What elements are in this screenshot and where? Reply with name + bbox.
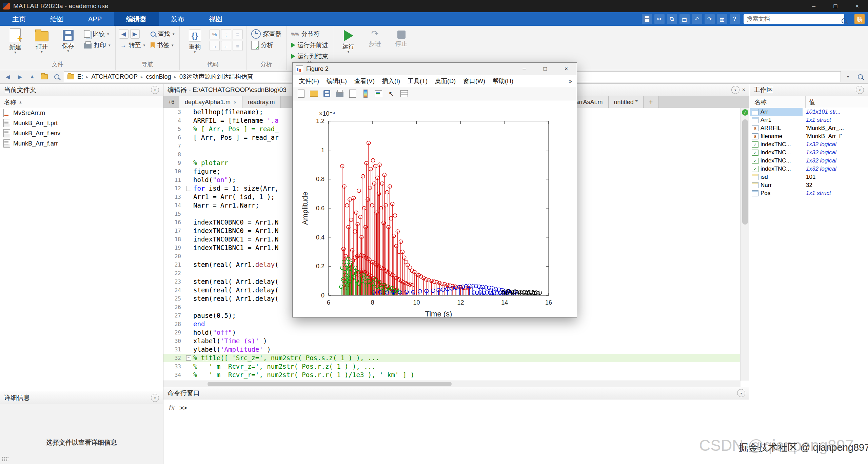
doc-search-input[interactable] (744, 14, 844, 24)
workspace-row[interactable]: Arr101x101 str... (750, 108, 868, 116)
editor-actions-icon[interactable]: ▾ (731, 86, 739, 94)
workspace-row[interactable]: Narr32 (750, 181, 868, 189)
run-button[interactable]: 运行▾ (337, 27, 360, 53)
print-icon[interactable] (335, 89, 344, 98)
file-list-column-header[interactable]: 名称 ▲ (0, 96, 163, 108)
open-button[interactable]: 打开▾ (30, 27, 54, 53)
code-line[interactable]: 33% ' m Rcvr_z=', num2str( Pos.r.z( 1 ) … (163, 362, 741, 371)
minimize-button[interactable]: – (803, 0, 825, 12)
smart-indent-icon[interactable] (233, 41, 243, 51)
outdent-icon[interactable] (221, 41, 231, 51)
file-item[interactable]: MunkB_Arr_f.env (0, 128, 163, 138)
help-icon[interactable] (730, 14, 740, 24)
paste-icon[interactable] (679, 14, 690, 24)
legend-icon[interactable] (374, 89, 383, 98)
editor-tab[interactable]: untitled * (609, 96, 644, 108)
run-and-advance-button[interactable]: 运行并前进 (290, 40, 330, 50)
new-script-button[interactable]: 新建▾ (3, 27, 27, 54)
user-avatar[interactable]: 鹏 (854, 14, 865, 24)
vertical-scroll-thumb[interactable] (742, 119, 748, 225)
indent-icon[interactable] (210, 41, 220, 51)
forward-icon[interactable]: ▶ (130, 29, 140, 39)
workspace-row[interactable]: indexTNC...1x32 logical (750, 140, 868, 149)
code-fold-icon[interactable]: − (186, 355, 191, 361)
resize-grip[interactable] (2, 457, 8, 462)
browse-folder-icon[interactable] (39, 72, 50, 82)
code-line[interactable]: 30xlabel('Time (s)' ) (163, 337, 741, 345)
switch-window-icon[interactable] (717, 14, 727, 24)
cut-icon[interactable] (654, 14, 665, 24)
figure-maximize-button[interactable]: □ (535, 63, 556, 75)
forward-icon[interactable]: ▶ (15, 72, 25, 82)
details-collapse-icon[interactable]: ▾ (151, 394, 159, 402)
figure-menu-3[interactable]: 插入(I) (378, 77, 404, 85)
workspace-column-header[interactable]: 名称 值 (750, 96, 868, 108)
code-line[interactable]: 34% ' m Rcvr_r=', num2str( Pos.r.r( 1 )/… (163, 371, 741, 379)
edit-plot-icon[interactable]: ↖ (387, 89, 396, 98)
redo-icon[interactable] (705, 14, 715, 24)
ribbon-tab-5[interactable]: 视图 (197, 12, 235, 26)
figure-canvas[interactable]: 681012141600.20.40.60.811.2×10⁻⁴Time (s)… (293, 100, 577, 317)
search-icon[interactable] (842, 18, 847, 23)
figure-menu-1[interactable]: 编辑(E) (323, 77, 351, 85)
toolbar-overflow-icon[interactable]: » (569, 78, 574, 85)
figure-menu-7[interactable]: 帮助(H) (489, 77, 517, 85)
workspace-row[interactable]: filename'MunkB_Arr_f' (750, 132, 868, 140)
goto-button[interactable]: → 转至▾ (119, 40, 147, 50)
colorbar-icon[interactable] (361, 89, 370, 98)
workspace-row[interactable]: indexTNC...1x32 logical (750, 157, 868, 165)
profiler-button[interactable]: 探查器 (250, 29, 283, 39)
bookmark-button[interactable]: 书签▾ (149, 40, 176, 50)
copy-icon[interactable] (667, 14, 677, 24)
ribbon-tab-3[interactable]: 编辑器 (114, 12, 159, 26)
run-to-end-button[interactable]: 运行到结束 (290, 52, 330, 61)
comment-icon[interactable] (210, 29, 220, 39)
figure-title-bar[interactable]: Figure 2 – □ × (293, 63, 577, 75)
workspace-actions-icon[interactable]: ▾ (856, 86, 864, 94)
save-icon[interactable] (642, 14, 652, 24)
address-search-icon[interactable] (855, 72, 865, 82)
breadcrumb-item[interactable]: 03运动声源的到达结构仿真 (179, 73, 253, 81)
figure-minimize-button[interactable]: – (514, 63, 535, 75)
refactor-button[interactable]: { } 重构▾ (183, 27, 207, 54)
horizontal-scroll-thumb[interactable] (208, 382, 452, 386)
ribbon-tab-4[interactable]: 发布 (159, 12, 197, 26)
search-folder-icon[interactable] (52, 72, 62, 82)
back-icon[interactable]: ◀ (119, 29, 129, 39)
analyze-button[interactable]: 分析 (250, 40, 283, 50)
format-icon[interactable] (233, 29, 243, 39)
print-button[interactable]: 打印▾ (83, 40, 112, 50)
close-button[interactable]: × (846, 0, 868, 12)
figure-menu-6[interactable]: 窗口(W) (459, 77, 489, 85)
file-item[interactable]: MunkB_Arr_f.prt (0, 118, 163, 128)
editor-tab[interactable]: readray.m (242, 96, 281, 108)
link-plot-icon[interactable] (348, 89, 357, 98)
figure-menu-2[interactable]: 查看(V) (351, 77, 378, 85)
workspace-row[interactable]: Pos1x1 struct (750, 189, 868, 197)
figure-menu-4[interactable]: 工具(T) (404, 77, 431, 85)
breadcrumb-item[interactable]: ATCHATGROOP (92, 73, 138, 80)
stop-button[interactable]: 停止 (390, 27, 413, 47)
find-button[interactable]: 查找▾ (149, 29, 176, 39)
command-window[interactable]: fx >> (163, 400, 749, 464)
file-item[interactable]: MvSrcArr.m (0, 108, 163, 118)
figure-menu-0[interactable]: 文件(F) (295, 77, 323, 85)
property-inspector-icon[interactable] (400, 89, 409, 98)
panel-actions-icon[interactable]: ▾ (151, 86, 159, 94)
file-item[interactable]: MunkB_Arr_f.arr (0, 138, 163, 149)
breadcrumb-item[interactable]: E: (77, 73, 83, 80)
new-figure-icon[interactable] (297, 89, 305, 98)
figure-window[interactable]: Figure 2 – □ × 文件(F)编辑(E)查看(V)插入(I)工具(T)… (292, 62, 577, 317)
editor-close-icon[interactable]: × (742, 87, 745, 93)
save-button[interactable]: 保存▾ (56, 27, 80, 53)
code-line[interactable]: 29hold("off") (163, 328, 741, 337)
tab-overflow-badge[interactable]: +6 (163, 96, 179, 108)
command-actions-icon[interactable]: ▾ (737, 389, 745, 397)
workspace-row[interactable]: isd101 (750, 173, 868, 181)
ribbon-tab-2[interactable]: APP (76, 12, 114, 26)
save-icon[interactable] (322, 89, 331, 98)
command-prompt[interactable]: >> (179, 404, 187, 411)
code-line[interactable]: 32−% title([ 'Src_z=', num2str( Pos.s.z(… (163, 354, 741, 362)
back-icon[interactable]: ◀ (3, 72, 13, 82)
section-break-button[interactable]: 分节符 (290, 29, 330, 39)
